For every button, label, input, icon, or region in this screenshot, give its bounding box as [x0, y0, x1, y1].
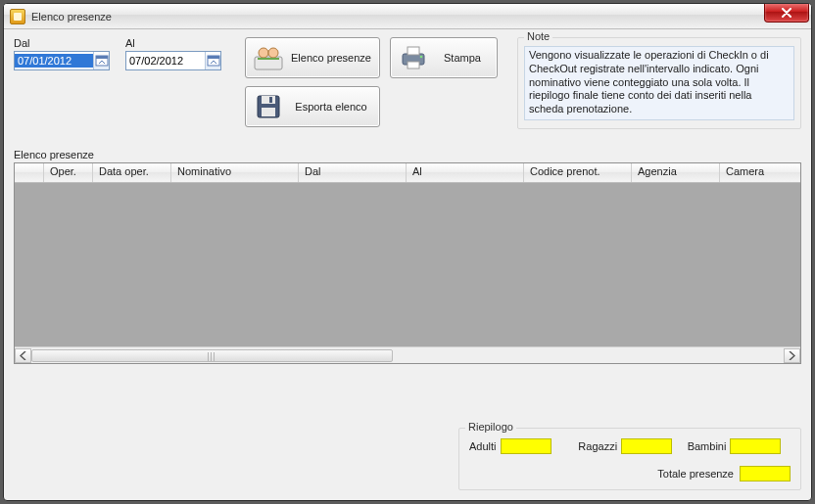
to-date-label: Al — [125, 37, 221, 49]
window-title: Elenco presenze — [31, 11, 112, 23]
adulti-value — [501, 438, 551, 454]
svg-rect-7 — [258, 58, 279, 60]
bambini-value — [730, 438, 781, 454]
from-date-label: Dal — [14, 37, 110, 49]
col-oper[interactable]: Oper. — [44, 163, 93, 182]
col-codice-prenot[interactable]: Codice prenot. — [524, 163, 632, 182]
adulti-label: Adulti — [469, 440, 497, 452]
col-nominativo[interactable]: Nominativo — [171, 163, 299, 182]
svg-rect-9 — [262, 96, 275, 104]
col-al[interactable]: Al — [407, 163, 524, 182]
totale-value — [740, 466, 791, 481]
riepilogo-group: Riepilogo Adulti Ragazzi Bambini Totale … — [458, 428, 801, 490]
people-icon — [254, 44, 283, 71]
scroll-left-icon[interactable] — [15, 348, 31, 363]
svg-rect-14 — [408, 62, 419, 69]
riepilogo-legend: Riepilogo — [465, 421, 516, 433]
svg-rect-10 — [269, 97, 272, 103]
note-textarea[interactable] — [524, 46, 794, 120]
col-data-oper[interactable]: Data oper. — [93, 163, 171, 182]
to-date-value: 07/02/2012 — [126, 54, 205, 68]
scroll-track[interactable] — [31, 348, 784, 363]
svg-rect-11 — [262, 108, 275, 116]
presenze-grid[interactable]: Oper. Data oper. Nominativo Dal Al Codic… — [14, 162, 801, 364]
from-date-dropdown-icon[interactable] — [93, 52, 109, 69]
elenco-presenze-label: Elenco presenze — [291, 52, 371, 64]
totale-label: Totale presenze — [657, 468, 734, 480]
to-date-picker[interactable]: 07/02/2012 — [125, 51, 221, 70]
svg-rect-1 — [96, 56, 108, 59]
bambini-label: Bambini — [688, 440, 727, 452]
grid-header: Oper. Data oper. Nominativo Dal Al Codic… — [15, 163, 800, 183]
grid-body — [15, 183, 800, 346]
esporta-elenco-button[interactable]: Esporta elenco — [245, 86, 380, 127]
ragazzi-label: Ragazzi — [578, 440, 617, 452]
col-dal[interactable]: Dal — [299, 163, 407, 182]
col-camera[interactable]: Camera — [720, 163, 800, 182]
stampa-label: Stampa — [436, 52, 489, 64]
note-legend: Note — [524, 30, 552, 42]
ragazzi-value — [621, 438, 672, 454]
titlebar: Elenco presenze — [4, 4, 811, 29]
printer-icon — [399, 44, 428, 71]
svg-rect-13 — [408, 47, 419, 55]
from-date-value: 07/01/2012 — [15, 54, 93, 68]
app-icon — [10, 9, 25, 24]
stampa-button[interactable]: Stampa — [390, 37, 498, 78]
svg-point-15 — [420, 56, 423, 59]
grid-label: Elenco presenze — [14, 149, 801, 160]
app-window: Elenco presenze Dal 07/01/2012 Al 07 — [3, 3, 812, 501]
elenco-presenze-button[interactable]: Elenco presenze — [245, 37, 380, 78]
col-selector[interactable] — [15, 163, 44, 182]
svg-point-5 — [259, 48, 268, 58]
close-button[interactable] — [764, 3, 809, 23]
col-agenzia[interactable]: Agenzia — [632, 163, 720, 182]
esporta-elenco-label: Esporta elenco — [291, 101, 371, 113]
to-date-dropdown-icon[interactable] — [205, 52, 220, 69]
scroll-right-icon[interactable] — [784, 348, 800, 363]
svg-rect-3 — [208, 56, 219, 59]
from-date-picker[interactable]: 07/01/2012 — [14, 51, 110, 70]
save-icon — [254, 93, 283, 120]
svg-point-6 — [268, 48, 278, 58]
note-group: Note — [517, 37, 801, 129]
grid-horizontal-scrollbar[interactable] — [15, 346, 800, 363]
scroll-thumb[interactable] — [31, 349, 393, 362]
